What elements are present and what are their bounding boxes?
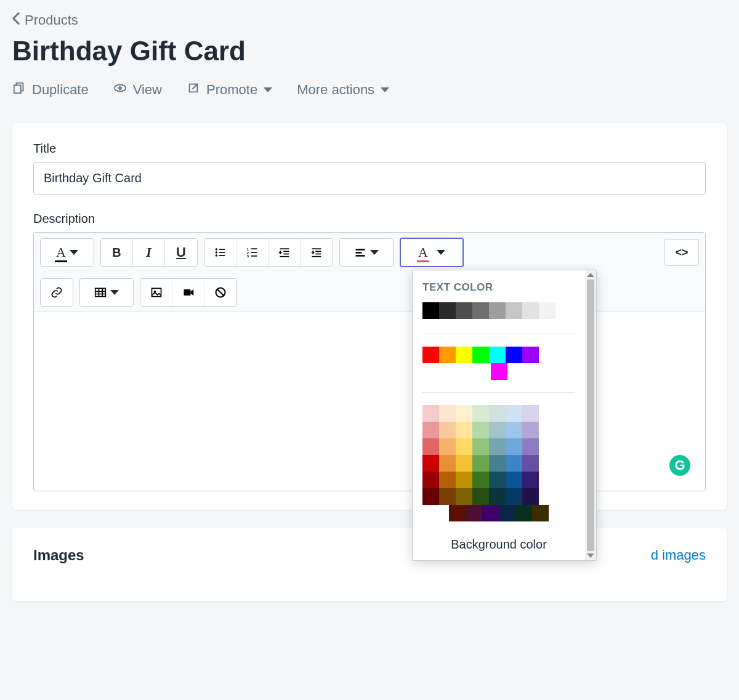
color-swatch[interactable] bbox=[539, 302, 555, 319]
rte-content-area[interactable]: G bbox=[34, 312, 705, 491]
color-swatch[interactable] bbox=[439, 488, 456, 505]
color-swatch[interactable] bbox=[472, 302, 489, 319]
color-swatch[interactable] bbox=[489, 438, 506, 455]
color-swatch[interactable] bbox=[456, 455, 472, 472]
more-actions[interactable]: More actions bbox=[297, 82, 389, 98]
color-swatch[interactable] bbox=[449, 505, 466, 521]
color-swatch[interactable] bbox=[522, 347, 539, 363]
action-bar: Duplicate View Promote More actions bbox=[12, 81, 727, 99]
svg-rect-16 bbox=[280, 248, 289, 249]
color-swatch[interactable] bbox=[456, 405, 472, 422]
indent-button[interactable] bbox=[301, 239, 333, 266]
text-color-dropdown[interactable]: A bbox=[401, 239, 462, 266]
color-swatch[interactable] bbox=[506, 438, 522, 455]
color-swatch[interactable] bbox=[506, 422, 522, 438]
color-swatch[interactable] bbox=[439, 347, 456, 363]
color-swatch[interactable] bbox=[456, 472, 472, 488]
color-swatch[interactable] bbox=[439, 455, 456, 472]
svg-rect-23 bbox=[312, 256, 321, 257]
clear-format-button[interactable] bbox=[204, 279, 236, 306]
color-swatch[interactable] bbox=[422, 405, 439, 422]
color-swatch[interactable] bbox=[422, 455, 439, 472]
color-swatch[interactable] bbox=[456, 347, 472, 363]
color-swatch[interactable] bbox=[456, 488, 472, 505]
link-button[interactable] bbox=[41, 279, 73, 306]
color-swatch[interactable] bbox=[422, 302, 439, 319]
color-swatch[interactable] bbox=[422, 438, 439, 455]
color-swatch[interactable] bbox=[506, 455, 522, 472]
color-swatch[interactable] bbox=[422, 488, 439, 505]
color-swatch[interactable] bbox=[506, 488, 522, 505]
color-swatch[interactable] bbox=[472, 405, 489, 422]
code-view-toggle[interactable]: <> bbox=[664, 239, 699, 266]
color-swatch[interactable] bbox=[499, 505, 515, 521]
bullet-list-button[interactable] bbox=[204, 239, 236, 266]
color-swatch[interactable] bbox=[489, 455, 506, 472]
color-swatch[interactable] bbox=[482, 505, 499, 521]
duplicate-action[interactable]: Duplicate bbox=[12, 81, 89, 99]
color-swatch[interactable] bbox=[472, 472, 489, 488]
format-dropdown[interactable]: A bbox=[41, 239, 94, 266]
color-swatch[interactable] bbox=[522, 488, 539, 505]
color-swatch[interactable] bbox=[489, 302, 506, 319]
italic-button[interactable]: I bbox=[133, 239, 165, 266]
color-swatch[interactable] bbox=[439, 302, 456, 319]
background-color-option[interactable]: Background color bbox=[422, 533, 575, 552]
title-label: Title bbox=[33, 142, 706, 156]
color-swatch[interactable] bbox=[489, 472, 506, 488]
popover-scrollbar[interactable] bbox=[585, 270, 596, 560]
images-link[interactable]: d images bbox=[651, 547, 706, 563]
color-swatch[interactable] bbox=[489, 405, 506, 422]
bold-button[interactable]: B bbox=[101, 239, 133, 266]
color-swatch[interactable] bbox=[506, 405, 522, 422]
color-swatch[interactable] bbox=[515, 505, 532, 521]
svg-rect-20 bbox=[312, 248, 321, 249]
color-swatch[interactable] bbox=[422, 472, 439, 488]
color-swatch[interactable] bbox=[456, 302, 472, 319]
color-swatch[interactable] bbox=[522, 422, 539, 438]
color-swatch[interactable] bbox=[491, 363, 507, 380]
color-swatch[interactable] bbox=[466, 505, 482, 521]
color-swatch[interactable] bbox=[439, 472, 456, 488]
color-swatch[interactable] bbox=[522, 405, 539, 422]
color-swatch[interactable] bbox=[522, 438, 539, 455]
color-swatch[interactable] bbox=[472, 488, 489, 505]
color-swatch[interactable] bbox=[522, 302, 539, 319]
color-swatch[interactable] bbox=[456, 422, 472, 438]
color-swatch[interactable] bbox=[439, 405, 456, 422]
color-swatch[interactable] bbox=[422, 422, 439, 438]
color-swatch[interactable] bbox=[506, 472, 522, 488]
color-swatch[interactable] bbox=[422, 347, 439, 363]
color-swatch[interactable] bbox=[439, 438, 456, 455]
color-swatch[interactable] bbox=[456, 438, 472, 455]
color-swatch[interactable] bbox=[522, 455, 539, 472]
color-swatch[interactable] bbox=[472, 438, 489, 455]
color-swatch[interactable] bbox=[439, 422, 456, 438]
view-action[interactable]: View bbox=[113, 81, 162, 99]
title-input[interactable] bbox=[33, 162, 706, 195]
color-swatch[interactable] bbox=[532, 505, 549, 521]
color-swatch[interactable] bbox=[489, 488, 506, 505]
table-dropdown[interactable] bbox=[80, 279, 133, 306]
color-swatch[interactable] bbox=[489, 347, 506, 363]
color-swatch[interactable] bbox=[472, 422, 489, 438]
svg-rect-21 bbox=[315, 251, 321, 252]
color-swatch[interactable] bbox=[522, 472, 539, 488]
image-button[interactable] bbox=[140, 279, 172, 306]
video-button[interactable] bbox=[172, 279, 204, 306]
color-swatch[interactable] bbox=[506, 347, 522, 363]
color-swatch[interactable] bbox=[489, 422, 506, 438]
svg-line-36 bbox=[217, 289, 224, 296]
breadcrumb-back[interactable]: Products bbox=[12, 12, 78, 28]
color-swatch[interactable] bbox=[506, 302, 522, 319]
outdent-button[interactable] bbox=[269, 239, 301, 266]
align-dropdown[interactable] bbox=[340, 239, 393, 266]
svg-rect-7 bbox=[219, 252, 225, 253]
underline-button[interactable]: U bbox=[165, 239, 197, 266]
grammarly-icon[interactable]: G bbox=[669, 455, 690, 476]
numbered-list-button[interactable]: 123 bbox=[236, 239, 269, 266]
color-swatch[interactable] bbox=[472, 347, 489, 363]
promote-action[interactable]: Promote bbox=[187, 81, 272, 99]
color-swatch[interactable] bbox=[472, 455, 489, 472]
svg-rect-13 bbox=[251, 252, 257, 253]
